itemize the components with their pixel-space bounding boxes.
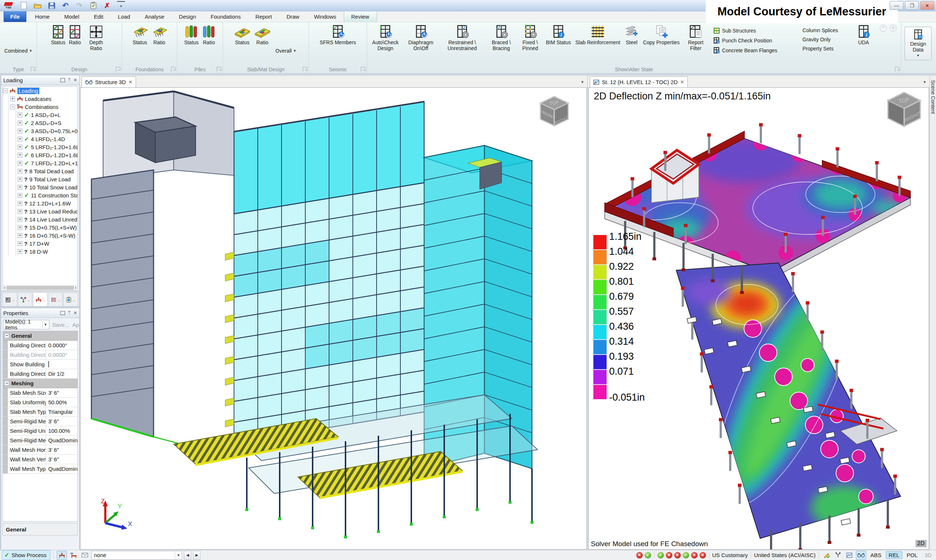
close-tab-icon[interactable]: ✕	[128, 79, 132, 85]
expand-icon[interactable]	[17, 225, 22, 230]
open-folder-icon[interactable]	[34, 2, 42, 9]
app-logo[interactable]: TSD	[3, 2, 14, 9]
status-error-icon[interactable]: ✕	[666, 552, 673, 558]
report-filter-button[interactable]: Report Filter	[683, 24, 709, 51]
new-document-icon[interactable]	[20, 2, 28, 9]
float-panel-icon[interactable]	[60, 78, 65, 82]
expand-icon[interactable]	[17, 217, 22, 222]
tree-item-combo[interactable]: 6 LRFD₄-1.2D+1.6L+0.5S	[17, 151, 77, 159]
gravity-only-button[interactable]: Gravity Only	[802, 37, 851, 42]
foundations-ratio-button[interactable]: Ratio	[150, 24, 169, 45]
model-selector[interactable]: Model(s): 1 items ▼	[3, 320, 49, 329]
tab-model[interactable]: Model	[57, 11, 87, 22]
property-row[interactable]: Building Directio...0.0000°	[3, 341, 77, 350]
tab-list-caret-icon[interactable]: ▼	[580, 80, 584, 84]
expand-icon[interactable]	[17, 145, 22, 149]
pin-icon[interactable]: ⍑	[68, 77, 71, 83]
close-panel-icon[interactable]: ✕	[74, 77, 77, 83]
rel-mode-button[interactable]: REL	[886, 551, 902, 559]
dialog-launcher-icon[interactable]: ◿	[361, 67, 366, 72]
braced-bracing-button[interactable]: Braced \ Bracing	[486, 24, 516, 51]
tree-item-loadcases[interactable]: Loadcases	[10, 95, 77, 103]
previous-case-button[interactable]: ◀	[184, 551, 191, 560]
structure-3d-canvas[interactable]: TOP FRONT RIGHT Z Y X	[80, 88, 587, 550]
close-tab-icon[interactable]: ✕	[680, 79, 684, 85]
view-cube[interactable]: TOP RIGHT	[885, 90, 924, 129]
units-indicator[interactable]: US Customary	[712, 552, 748, 558]
dialog-launcher-icon[interactable]: ◿	[116, 67, 121, 72]
tree-item-combo[interactable]: 7 LRFD₆-1.2D+L+1.6S	[17, 159, 77, 167]
property-row[interactable]: Show Building D...	[3, 360, 77, 369]
combination-filter-icon[interactable]	[69, 551, 78, 559]
scrollbar-thumb[interactable]	[6, 286, 74, 290]
property-row[interactable]: Building Directio...Dir 1/2	[3, 369, 77, 379]
property-row[interactable]: Wall Mesh Horiz...3' 6"	[3, 445, 77, 455]
tab-draw[interactable]: Draw	[279, 11, 307, 22]
expand-icon[interactable]	[17, 153, 22, 157]
collapse-icon[interactable]	[5, 381, 9, 386]
next-case-button[interactable]: ▶	[193, 551, 200, 560]
collapse-ribbon-icon[interactable]: ⌃	[880, 25, 887, 32]
validate-icon[interactable]: ✓	[89, 2, 97, 9]
expand-icon[interactable]	[17, 169, 22, 174]
tab-load[interactable]: Load	[111, 11, 137, 22]
tree-item-combo[interactable]: 16 D+0.75(L+S-W)	[17, 231, 77, 239]
diaphragm-on-off-button[interactable]: Diaphragm On\Off	[404, 24, 438, 51]
tab-wind-tree[interactable]: ..	[48, 292, 63, 306]
loadcase-filter-icon[interactable]	[57, 551, 67, 560]
expand-icon[interactable]	[17, 177, 22, 182]
tab-design[interactable]: Design	[171, 11, 203, 22]
redo-icon[interactable]: ↷	[75, 2, 83, 9]
tree-horizontal-scrollbar[interactable]: ‹ ›	[3, 285, 78, 291]
expand-icon[interactable]	[17, 129, 22, 134]
property-row[interactable]: Slab Uniformity ...50.00%	[3, 398, 77, 407]
envelope-filter-icon[interactable]	[80, 551, 89, 559]
tree-item-combo[interactable]: 1 ASD₂-D+L	[17, 111, 77, 119]
design-ratio-button[interactable]: Ratio	[67, 24, 83, 45]
design-data-dropdown[interactable]: 21 Design Data ▼	[905, 27, 931, 60]
property-row[interactable]: Slab Mesh TypeTriangular	[3, 407, 77, 417]
delete-icon[interactable]: ✗	[103, 2, 111, 9]
fixed-pinned-button[interactable]: Fixed \ Pinned	[517, 24, 543, 51]
property-row[interactable]: Wall Mesh TypeQuadDominant	[3, 464, 77, 474]
status-error-icon[interactable]: ✕	[691, 552, 697, 558]
tab-report-tree[interactable]: i ..	[63, 292, 78, 306]
expand-icon[interactable]	[10, 97, 15, 101]
qat-customize-icon[interactable]: ▾	[117, 1, 125, 10]
tab-review[interactable]: Review	[344, 11, 377, 22]
design-code-indicator[interactable]: United States (ACI/AISC)	[754, 552, 815, 558]
view-cube[interactable]: TOP FRONT RIGHT	[537, 94, 572, 129]
collapse-icon[interactable]	[3, 88, 8, 93]
status-error-icon[interactable]: ✕	[674, 552, 681, 558]
sub-structures-button[interactable]: Sub Structures	[713, 28, 795, 34]
tab-report[interactable]: Report	[248, 11, 279, 22]
tab-structure-tree[interactable]: ..	[3, 292, 17, 306]
status-ok-icon[interactable]: ✓	[683, 552, 689, 558]
tab-list-caret-icon[interactable]: ▼	[923, 80, 927, 84]
collapse-icon[interactable]	[10, 105, 15, 109]
tree-item-combo[interactable]: 9 Total Live Load	[17, 175, 77, 183]
tree-item-combinations[interactable]: Combinations	[10, 103, 77, 111]
pol-mode-button[interactable]: POL	[904, 552, 920, 558]
property-row[interactable]: Semi-Rigid Mes...QuadDominant	[3, 436, 77, 445]
close-panel-icon[interactable]: ✕	[74, 310, 77, 315]
result-case-selector[interactable]: none ▼	[91, 551, 182, 560]
results-2d-canvas[interactable]: 2D Deflection Z min/max=-0.051/1.165in	[588, 88, 929, 550]
piles-status-button[interactable]: Status	[183, 24, 200, 45]
tree-item-combo[interactable]: 13 Live Load Reducible	[17, 207, 77, 215]
slab-reinforcement-button[interactable]: Slab Reinforcement	[574, 24, 622, 45]
property-row[interactable]: Wall Mesh Verti...3' 6"	[3, 455, 77, 464]
section-meshing[interactable]: Meshing	[3, 379, 77, 388]
dialog-launcher-icon[interactable]: ◿	[303, 67, 308, 72]
tab-edit[interactable]: Edit	[87, 11, 111, 22]
design-status-button[interactable]: Status	[49, 24, 67, 45]
property-row[interactable]: Slab Mesh Size3' 6"	[3, 388, 77, 398]
minimize-button[interactable]: —	[890, 1, 904, 10]
tab-groups-tree[interactable]: ..	[18, 292, 32, 306]
expand-icon[interactable]	[17, 185, 22, 190]
expand-icon[interactable]	[17, 193, 22, 198]
expand-icon[interactable]	[17, 241, 22, 246]
tree-item-combo[interactable]: 11 Construction Stage	[17, 191, 77, 199]
tree-item-combo[interactable]: 2 ASD₄-D+S	[17, 119, 77, 127]
restore-button[interactable]: ❐	[905, 1, 919, 10]
